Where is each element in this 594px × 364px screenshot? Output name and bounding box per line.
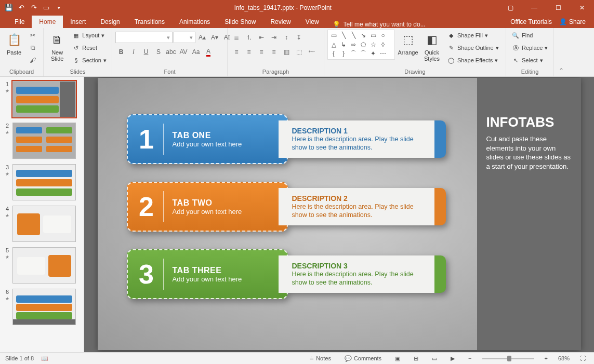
- numbering-icon[interactable]: ⒈: [243, 32, 255, 43]
- maximize-icon[interactable]: ☐: [546, 0, 570, 15]
- share-button[interactable]: 👤 Share: [555, 17, 590, 27]
- slide-thumbnail-pane[interactable]: 1★ 2★: [0, 77, 84, 352]
- justify-icon[interactable]: ≡: [268, 46, 280, 58]
- tab-view[interactable]: View: [298, 16, 326, 28]
- italic-icon[interactable]: I: [128, 46, 139, 58]
- slide-thumb-2[interactable]: [12, 123, 76, 159]
- font-name-combo[interactable]: ▾: [115, 32, 173, 43]
- copy-icon[interactable]: ⧉: [27, 42, 38, 53]
- line-spacing-icon[interactable]: ↕: [281, 32, 292, 43]
- thumb-item: 4★: [4, 206, 80, 242]
- fit-to-window-icon[interactable]: ⛶: [577, 354, 589, 362]
- bullets-icon[interactable]: ≣: [231, 32, 242, 43]
- layout-button[interactable]: ▦Layout ▾: [70, 30, 109, 41]
- shapes-gallery[interactable]: ▭╲╲↘▭○ △↳⇨⬠☆◊ {}⌒⌒✦⋯: [327, 30, 395, 60]
- redo-icon[interactable]: ↷: [28, 2, 39, 14]
- notes-button[interactable]: ≐ Notes: [306, 354, 334, 363]
- columns-icon[interactable]: ▥: [281, 46, 292, 58]
- paste-button[interactable]: 📋 Paste: [3, 30, 25, 56]
- tab-file[interactable]: File: [7, 16, 32, 28]
- tell-me-search[interactable]: 💡 Tell me what you want to do...: [333, 21, 426, 28]
- font-color-icon[interactable]: A: [203, 46, 214, 58]
- format-painter-icon[interactable]: 🖌: [27, 55, 38, 66]
- undo-icon[interactable]: ↶: [16, 2, 27, 14]
- shape-effects-button[interactable]: ◯Shape Effects ▾: [445, 55, 501, 66]
- reading-view-icon[interactable]: ▭: [429, 354, 440, 363]
- align-text-icon[interactable]: ⬚: [293, 46, 305, 58]
- shape-fill-button[interactable]: ◆Shape Fill ▾: [445, 30, 501, 41]
- thumb-item: 5★: [4, 247, 80, 284]
- tab-animations[interactable]: Animations: [172, 16, 217, 28]
- group-paragraph: ≣ ⒈ ⇤ ⇥ ↕ ↧ ≡ ≡ ≡ ≡ ▥ ⬚ ⬳ Paragraph: [228, 28, 324, 76]
- find-button[interactable]: 🔍Find: [509, 30, 550, 41]
- tab-design[interactable]: Design: [93, 16, 127, 28]
- tab-box-3[interactable]: 3 TAB THREE Add your own text here: [127, 249, 288, 299]
- change-case-icon[interactable]: Aa: [190, 46, 202, 58]
- select-button[interactable]: ↖Select ▾: [509, 55, 550, 66]
- tab-box-1[interactable]: 1 TAB ONE Add your own text here: [127, 114, 288, 164]
- zoom-slider[interactable]: [482, 358, 534, 359]
- grow-font-icon[interactable]: A▴: [196, 32, 208, 43]
- decrease-indent-icon[interactable]: ⇤: [256, 32, 267, 43]
- reset-button[interactable]: ↺Reset: [70, 42, 109, 53]
- align-center-icon[interactable]: ≡: [243, 46, 255, 58]
- zoom-level[interactable]: 68%: [558, 355, 570, 361]
- shape-poly-icon: ⬠: [359, 41, 368, 49]
- font-size-combo[interactable]: ▾: [174, 32, 195, 43]
- slide-thumb-1[interactable]: [12, 81, 76, 117]
- tab-transitions[interactable]: Transitions: [127, 16, 172, 28]
- animation-star-icon: ★: [5, 88, 9, 93]
- shape-plus-icon: ✦: [368, 49, 378, 58]
- minimize-icon[interactable]: —: [522, 0, 546, 15]
- normal-view-icon[interactable]: ▣: [392, 354, 403, 363]
- quick-styles-button[interactable]: ◧ Quick Styles: [421, 30, 443, 62]
- tab-slideshow[interactable]: Slide Show: [217, 16, 263, 28]
- increase-indent-icon[interactable]: ⇥: [268, 32, 280, 43]
- desc-box-1[interactable]: DESCRIPTION 1 Here is the description ar…: [279, 120, 440, 158]
- slide-canvas[interactable]: INFOTABS Cut and paste these elements in…: [84, 77, 594, 352]
- slide-thumb-5[interactable]: [12, 247, 76, 284]
- shape-arrow2-icon: ⇨: [349, 41, 358, 49]
- collapse-ribbon-icon[interactable]: ⌃: [554, 28, 569, 76]
- slide-thumb-6[interactable]: [12, 289, 76, 325]
- zoom-in-icon[interactable]: +: [542, 354, 551, 362]
- comments-button[interactable]: 💬 Comments: [341, 354, 385, 363]
- character-spacing-icon[interactable]: AV: [178, 46, 189, 58]
- smartart-icon[interactable]: ⬳: [306, 46, 317, 58]
- bold-icon[interactable]: B: [115, 46, 127, 58]
- shrink-font-icon[interactable]: A▾: [209, 32, 220, 43]
- replace-button[interactable]: ⓐReplace ▾: [509, 42, 550, 53]
- layout-icon: ▦: [72, 32, 80, 39]
- tab-insert[interactable]: Insert: [63, 16, 93, 28]
- text-shadow-icon[interactable]: abc: [165, 46, 177, 58]
- cut-icon[interactable]: ✂: [27, 30, 38, 41]
- ribbon-display-options-icon[interactable]: ▢: [498, 0, 522, 15]
- desc-box-3[interactable]: DESCRIPTION 3 Here is the description ar…: [279, 255, 440, 293]
- tab-office-tutorials[interactable]: Office Tutorials: [503, 16, 555, 28]
- arrange-button[interactable]: ⬚ Arrange: [397, 30, 419, 56]
- align-left-icon[interactable]: ≡: [231, 46, 242, 58]
- align-right-icon[interactable]: ≡: [256, 46, 267, 58]
- spellcheck-icon[interactable]: 📖: [41, 355, 48, 362]
- tab-subtitle: Add your own text here: [173, 275, 242, 283]
- slide-sorter-view-icon[interactable]: ⊞: [411, 354, 421, 363]
- underline-icon[interactable]: U: [140, 46, 152, 58]
- qat-customize-icon[interactable]: ▾: [53, 2, 64, 14]
- desc-box-2[interactable]: DESCRIPTION 2 Here is the description ar…: [279, 188, 440, 225]
- slide-thumb-3[interactable]: [12, 164, 76, 200]
- tab-review[interactable]: Review: [263, 16, 298, 28]
- animation-star-icon: ★: [5, 171, 9, 177]
- strikethrough-icon[interactable]: S: [153, 46, 164, 58]
- zoom-out-icon[interactable]: −: [465, 354, 474, 362]
- start-from-beginning-icon[interactable]: ▭: [41, 2, 52, 14]
- section-button[interactable]: §Section ▾: [70, 55, 109, 66]
- tab-home[interactable]: Home: [32, 16, 63, 28]
- slide-thumb-4[interactable]: [12, 206, 76, 242]
- save-icon[interactable]: 💾: [3, 2, 15, 14]
- text-direction-icon[interactable]: ↧: [293, 32, 305, 43]
- tab-box-2[interactable]: 2 TAB TWO Add your own text here: [127, 182, 288, 232]
- new-slide-button[interactable]: 🗎 New Slide: [47, 30, 68, 62]
- shape-outline-button[interactable]: ✎Shape Outline ▾: [445, 42, 501, 53]
- slideshow-view-icon[interactable]: ▶: [447, 354, 458, 363]
- close-icon[interactable]: ✕: [570, 0, 594, 15]
